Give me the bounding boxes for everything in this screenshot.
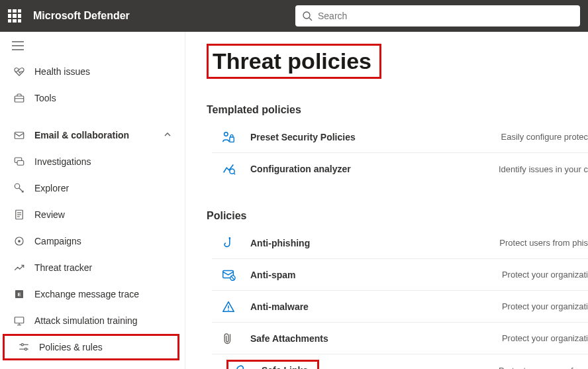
layout: Health issues Tools Email & collaboratio… [0,32,588,369]
section-heading-policies: Policies [207,210,588,222]
policy-desc: Protect your organizati [502,270,588,280]
main-content: Threat policies Templated policies Prese… [185,32,588,369]
policy-name: Anti-malware [250,301,462,312]
policy-desc: Protect users from phis [499,238,588,248]
malware-icon [221,299,236,314]
search-icon [302,11,313,21]
svg-point-27 [228,237,230,239]
target-icon [13,235,25,247]
nav-collapse-button[interactable] [0,36,185,58]
document-icon [13,209,25,221]
policy-name: Anti-spam [250,270,462,280]
search-bar[interactable] [295,5,580,26]
svg-point-23 [224,132,228,136]
link-icon [232,363,247,369]
policy-desc: Protect your users from [499,366,588,370]
policy-row-anti-malware[interactable]: Anti-malware Protect your organizati [212,291,588,323]
policy-row-anti-spam[interactable]: Anti-spam Protect your organizati [212,259,588,291]
policy-row-anti-phishing[interactable]: Anti-phishing Protect users from phis [212,227,588,259]
sidebar-item-review[interactable]: Review [0,201,185,228]
sidebar-item-label: Campaigns [34,236,81,246]
sidebar: Health issues Tools Email & collaboratio… [0,32,185,369]
policy-row-config-analyzer[interactable]: Configuration analyzer Identify issues i… [212,153,588,185]
sidebar-item-label: Attack simulation training [34,315,138,326]
top-bar: Microsoft Defender [0,0,588,32]
svg-point-32 [228,309,229,311]
svg-point-22 [24,348,26,350]
svg-point-9 [15,184,20,189]
svg-rect-6 [15,132,24,139]
policy-desc: Easily configure protec [501,132,588,142]
policy-name: Safe Attachments [250,333,462,344]
sidebar-item-label: Policies & rules [39,342,103,352]
analyzer-icon [221,162,236,176]
sidebar-item-explorer[interactable]: Explorer [0,175,185,201]
chevron-up-icon [164,130,172,140]
sidebar-item-label: Tools [34,93,56,103]
heart-icon [13,66,25,78]
policy-name: Safe Links [262,365,308,369]
search-input[interactable] [318,11,573,21]
sidebar-item-label: Threat tracker [34,262,92,273]
svg-rect-5 [15,96,24,102]
svg-rect-8 [17,161,24,166]
sidebar-item-label: Investigations [34,156,91,167]
policy-desc: Protect your organizati [502,301,588,311]
sidebar-item-campaigns[interactable]: Campaigns [0,228,185,254]
svg-point-0 [303,12,310,19]
policies-list: Anti-phishing Protect users from phis An… [212,227,588,369]
svg-point-15 [18,240,21,242]
phishing-icon [221,236,236,250]
sidebar-item-tools[interactable]: Tools [0,85,185,111]
app-title: Microsoft Defender [33,10,130,22]
sidebar-item-label: Review [34,209,65,220]
svg-line-1 [309,18,312,21]
page-title: Threat policies [209,46,379,77]
section-heading-templated: Templated policies [207,104,588,116]
sidebar-item-threat-tracker[interactable]: Threat tracker [0,254,185,281]
sidebar-item-policies-rules[interactable]: Policies & rules [3,334,179,360]
hunt-icon [13,182,25,194]
svg-rect-18 [15,317,24,323]
preset-policies-icon [221,130,236,144]
safe-links-highlight: Safe Links [226,360,319,369]
sidebar-section-email-collab[interactable]: Email & collaboration [0,122,185,148]
policy-row-safe-links[interactable]: Safe Links Protect your users from [212,354,588,369]
policy-row-preset-security[interactable]: Preset Security Policies Easily configur… [212,121,588,153]
spam-mail-icon [221,268,236,282]
policy-row-safe-attachments[interactable]: Safe Attachments Protect your organizati [212,323,588,354]
board-icon [13,315,25,327]
sidebar-item-attack-sim[interactable]: Attack simulation training [0,307,185,334]
sidebar-item-label: Exchange message trace [34,289,139,299]
policy-desc: Identify issues in your c [499,164,588,174]
attachment-icon [221,331,236,346]
templated-policies-list: Preset Security Policies Easily configur… [212,121,588,185]
sidebar-item-health-issues[interactable]: Health issues [0,58,185,85]
policy-name: Preset Security Policies [250,132,462,142]
exchange-icon: E [13,288,25,300]
trend-icon [13,262,25,274]
svg-line-26 [234,173,235,174]
sidebar-item-label: Health issues [34,66,90,77]
svg-point-20 [21,344,23,346]
svg-point-25 [230,169,234,174]
sidebar-item-exchange-trace[interactable]: E Exchange message trace [0,281,185,307]
page-title-highlight: Threat policies [207,44,381,79]
toolbox-icon [13,92,25,104]
svg-text:E: E [17,291,21,297]
policy-name: Anti-phishing [250,238,462,248]
sidebar-item-investigations[interactable]: Investigations [0,148,185,175]
chat-icon [13,156,25,168]
sliders-icon [18,341,30,353]
sidebar-item-label: Email & collaboration [34,130,129,140]
policy-desc: Protect your organizati [502,333,588,343]
mail-icon [13,129,25,141]
app-launcher-icon[interactable] [8,9,21,23]
sidebar-item-label: Explorer [34,183,69,193]
svg-rect-24 [230,137,234,142]
policy-name: Configuration analyzer [250,164,462,174]
